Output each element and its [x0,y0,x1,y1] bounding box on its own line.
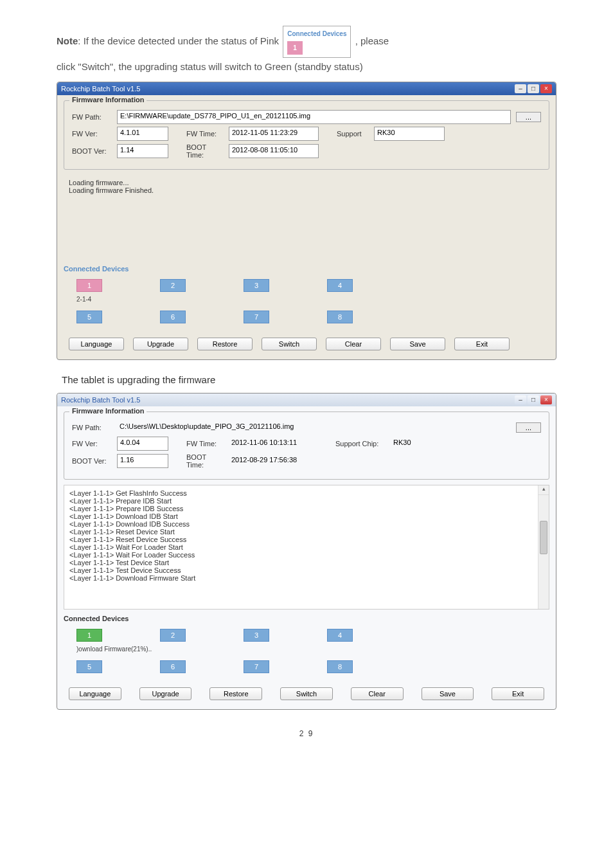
log-area: Loading firmware... Loading firmware Fin… [64,175,549,260]
upgrade-button[interactable]: Upgrade [133,338,188,350]
fw-ver-label: FW Ver: [72,440,112,448]
support-input[interactable]: RK30 [391,437,460,450]
log-line: <Layer 1-1-1> Prepare IDB Success [69,505,544,512]
page-number: 2 9 [57,729,556,738]
button-bar: Language Upgrade Restore Switch Clear Sa… [57,681,556,709]
boot-ver-label: BOOT Ver: [72,457,112,465]
group-legend: Firmware Information [69,407,147,415]
app-window-2: Rockchip Batch Tool v1.5 – □ × Firmware … [57,393,556,710]
fw-path-label: FW Path: [72,424,112,431]
device-slot-4[interactable]: 4 [327,629,353,642]
device-slot-2[interactable]: 2 [160,279,186,292]
device-slot-7[interactable]: 7 [244,311,269,323]
exit-button[interactable]: Exit [454,338,510,350]
log-line: <Layer 1-1-1> Download IDB Start [69,512,544,520]
log-line: <Layer 1-1-1> Prepare IDB Start [69,497,544,505]
boot-ver-label: BOOT Ver: [72,147,112,155]
device-slot-6[interactable]: 6 [160,660,186,673]
caption-2: The tablet is upgrading the firmware [62,374,556,385]
language-button[interactable]: Language [69,687,121,700]
close-icon[interactable]: × [540,84,552,93]
boot-time-label: BOOT Time: [186,453,224,469]
restore-button[interactable]: Restore [197,338,253,350]
upgrade-button[interactable]: Upgrade [139,687,192,700]
slot1-sublabel: 2-1-4 [64,296,549,303]
boot-ver-input[interactable]: 1.16 [117,454,168,468]
firmware-info-group: Firmware Information FW Path: E:\FIRMWAR… [64,100,549,170]
log-line: Loading firmware... [69,179,544,186]
device-slot-5[interactable]: 5 [76,311,102,323]
device-slot-1[interactable]: 1 [76,279,102,292]
device-slot-6[interactable]: 6 [160,311,186,323]
minimize-icon[interactable]: – [515,395,526,404]
connected-legend: Connected Devices [64,265,549,273]
fw-ver-input[interactable]: 4.1.01 [117,127,168,141]
fw-time-input[interactable]: 2012-11-05 11:23:29 [229,127,319,141]
device-slot-1[interactable]: 1 [76,629,102,642]
exit-button[interactable]: Exit [492,687,544,700]
group-legend: Firmware Information [69,96,147,104]
support-label: Support [337,130,369,138]
boot-ver-input[interactable]: 1.14 [117,144,168,158]
intro-1b: , please [355,35,389,46]
clear-button[interactable]: Clear [326,338,381,350]
intro-1a: : If the device detected under the statu… [78,35,279,46]
button-bar: Language Upgrade Restore Switch Clear Sa… [57,331,556,359]
titlebar: Rockchip Batch Tool v1.5 – □ × [57,393,556,406]
device-slot-3[interactable]: 3 [244,629,269,642]
device-slot-8[interactable]: 8 [327,311,353,323]
log-line: <Layer 1-1-1> Test Device Start [69,559,544,566]
fw-path-label: FW Path: [72,113,112,121]
device-slot-3[interactable]: 3 [244,279,269,292]
log-line: <Layer 1-1-1> Reset Device Start [69,528,544,536]
support-label: Support Chip: [335,440,386,448]
boot-time-input[interactable]: 2012-08-08 11:05:10 [229,144,319,158]
boot-time-input[interactable]: 2012-08-29 17:56:38 [229,455,317,467]
restore-button[interactable]: Restore [209,687,262,700]
boot-time-label: BOOT Time: [186,143,224,159]
connected-legend: Connected Devices [64,615,549,622]
log-area: <Layer 1-1-1> Get FlashInfo Success <Lay… [64,485,549,610]
device-slot-2[interactable]: 2 [160,629,186,642]
inline-badge: Connected Devices1 [283,26,351,58]
switch-button[interactable]: Switch [280,687,333,700]
titlebar: Rockchip Batch Tool v1.5 – □ × [57,82,556,95]
fw-path-input[interactable]: C:\Users\WL\Desktop\update_PIPO_3G_20121… [117,421,511,434]
fw-path-input[interactable]: E:\FIRMWARE\update_DS778_PIPO_U1_en_2012… [117,110,511,124]
close-icon[interactable]: × [540,395,552,404]
intro-2: click "Switch", the upgrading status wil… [57,58,556,77]
maximize-icon[interactable]: □ [528,395,539,404]
support-input[interactable]: RK30 [374,127,445,141]
log-line: <Layer 1-1-1> Get FlashInfo Success [69,489,544,497]
device-slot-7[interactable]: 7 [244,660,269,673]
log-line: <Layer 1-1-1> Download Firmware Start [69,574,544,582]
log-line: <Layer 1-1-1> Reset Device Success [69,536,544,543]
device-slot-5[interactable]: 5 [76,660,102,673]
connected-devices-group: Connected Devices 1 2 3 4 )ownload Firmw… [64,615,549,676]
fw-ver-input[interactable]: 4.0.04 [117,437,168,451]
save-button[interactable]: Save [390,338,445,350]
language-button[interactable]: Language [69,338,124,350]
note-label: Note [57,35,78,46]
slot1-sublabel: )ownload Firmware(21%).. [64,646,549,653]
browse-button[interactable]: ... [516,112,541,122]
app-title: Rockchip Batch Tool v1.5 [61,85,515,93]
device-slot-8[interactable]: 8 [327,660,353,673]
fw-time-input[interactable]: 2012-11-06 10:13:11 [229,437,317,450]
log-line: <Layer 1-1-1> Download IDB Success [69,520,544,528]
log-line: Loading firmware Finished. [69,186,544,194]
scrollbar[interactable]: ▴ [538,485,549,609]
device-slot-4[interactable]: 4 [327,279,353,292]
log-line: <Layer 1-1-1> Wait For Loader Success [69,551,544,559]
save-button[interactable]: Save [422,687,474,700]
fw-time-label: FW Time: [186,130,224,138]
app-window-1: Rockchip Batch Tool v1.5 – □ × Firmware … [57,82,556,360]
app-title: Rockchip Batch Tool v1.5 [61,396,515,404]
switch-button[interactable]: Switch [262,338,317,350]
fw-ver-label: FW Ver: [72,130,112,138]
clear-button[interactable]: Clear [351,687,404,700]
connected-devices-group: Connected Devices 1 2 3 4 2-1-4 5 6 7 8 [64,265,549,326]
minimize-icon[interactable]: – [515,84,526,93]
maximize-icon[interactable]: □ [528,84,539,93]
browse-button[interactable]: ... [516,422,541,433]
